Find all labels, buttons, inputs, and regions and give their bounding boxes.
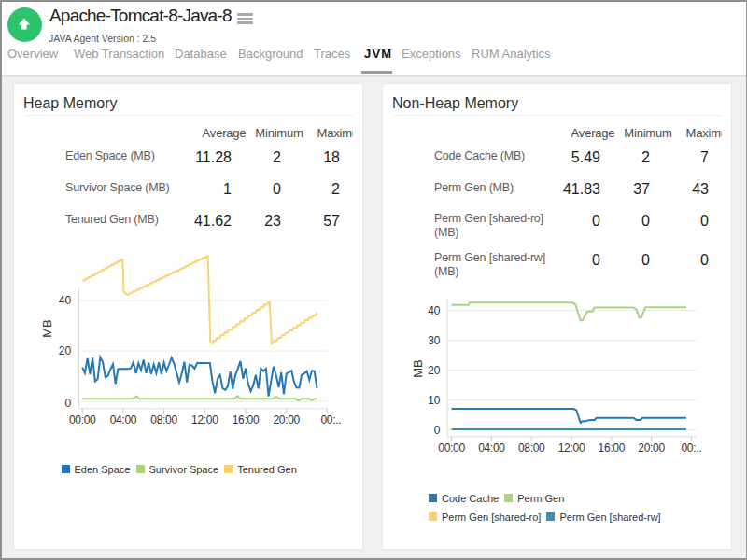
svg-text:40: 40 <box>59 294 72 307</box>
svg-text:10: 10 <box>428 394 441 407</box>
svg-text:0: 0 <box>65 397 72 410</box>
svg-text:08:00: 08:00 <box>150 413 177 427</box>
svg-text:20:00: 20:00 <box>273 413 300 427</box>
svg-text:20: 20 <box>59 344 72 357</box>
svg-text:16:00: 16:00 <box>233 413 260 427</box>
svg-text:MB: MB <box>40 319 54 338</box>
svg-text:00:00: 00:00 <box>69 413 96 427</box>
svg-text:00:..: 00:.. <box>681 441 701 455</box>
svg-text:MB: MB <box>411 359 425 378</box>
svg-text:30: 30 <box>428 334 441 347</box>
svg-text:00:..: 00:.. <box>320 413 341 427</box>
svg-text:20:00: 20:00 <box>638 441 665 455</box>
svg-text:04:00: 04:00 <box>110 413 137 427</box>
svg-text:40: 40 <box>428 304 441 317</box>
svg-text:12:00: 12:00 <box>191 413 218 427</box>
svg-text:08:00: 08:00 <box>518 441 545 455</box>
svg-text:00:00: 00:00 <box>438 441 465 455</box>
svg-text:16:00: 16:00 <box>599 441 626 455</box>
svg-text:20: 20 <box>428 364 441 377</box>
svg-text:12:00: 12:00 <box>558 441 585 455</box>
svg-text:04:00: 04:00 <box>478 441 505 455</box>
svg-text:0: 0 <box>434 424 441 437</box>
